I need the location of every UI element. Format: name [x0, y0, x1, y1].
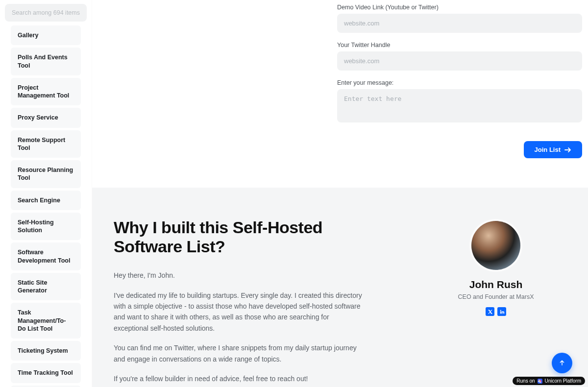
x-twitter-icon[interactable] — [486, 307, 494, 316]
sidebar-item[interactable]: Self-Hosting Solution — [11, 213, 81, 241]
sidebar-item[interactable]: Search Engine — [11, 191, 81, 210]
arrow-up-icon — [558, 359, 566, 367]
message-label: Enter your message: — [337, 79, 582, 86]
sidebar-item[interactable]: Remote Support Tool — [11, 130, 81, 158]
sidebar-item[interactable]: Proxy Service — [11, 108, 81, 127]
sidebar-item[interactable]: Gallery — [11, 25, 81, 45]
sidebar-item[interactable]: Resource Planning Tool — [11, 160, 81, 188]
scroll-to-top-button[interactable] — [552, 353, 572, 373]
sidebar-item[interactable]: Polls And Events Tool — [11, 48, 81, 75]
sidebar-item[interactable]: Software Development Tool — [11, 242, 81, 270]
profile-role: CEO and Founder at MarsX — [458, 293, 534, 300]
demo-video-input[interactable] — [337, 14, 582, 33]
story-section: Why I built this Self-Hosted Software Li… — [92, 188, 588, 387]
arrow-right-icon — [564, 147, 571, 153]
main-content: Demo Video Link (Youtube or Twitter) You… — [92, 0, 588, 387]
join-button-row: Join List — [92, 124, 588, 188]
story-paragraph: Hey there, I'm John. — [114, 270, 364, 281]
unicorn-icon: 🦄 — [538, 379, 542, 384]
story-paragraph: You can find me on Twitter, where I shar… — [114, 342, 364, 364]
story-text: Why I built this Self-Hosted Software Li… — [114, 218, 364, 387]
profile-name: John Rush — [469, 279, 523, 290]
join-form: Demo Video Link (Youtube or Twitter) You… — [92, 4, 588, 124]
story-title: Why I built this Self-Hosted Software Li… — [114, 218, 364, 256]
profile-card: John Rush CEO and Founder at MarsX — [432, 218, 560, 387]
join-list-button[interactable]: Join List — [524, 141, 582, 158]
join-list-label: Join List — [535, 146, 561, 153]
badge-runs-on: Runs on — [516, 378, 535, 384]
sidebar: GalleryPolls And Events ToolProject Mana… — [0, 0, 92, 387]
message-textarea[interactable] — [337, 89, 582, 122]
search-input[interactable] — [5, 4, 87, 22]
story-paragraph: If you're a fellow builder in need of ad… — [114, 373, 364, 384]
twitter-handle-input[interactable] — [337, 51, 582, 71]
sidebar-item[interactable]: Ticketing System — [11, 341, 81, 361]
sidebar-item[interactable]: Project Management Tool — [11, 78, 81, 106]
badge-platform: Unicorn Platform — [545, 378, 581, 384]
social-icons — [486, 307, 506, 316]
search-box — [5, 4, 87, 22]
linkedin-icon[interactable] — [497, 307, 506, 316]
twitter-handle-label: Your Twitter Handle — [337, 42, 582, 48]
sidebar-item[interactable]: Static Site Generator — [11, 273, 81, 301]
sidebar-item[interactable]: URL Shortener — [11, 386, 81, 387]
platform-badge[interactable]: Runs on 🦄 Unicorn Platform — [513, 377, 585, 385]
avatar — [471, 221, 520, 270]
story-paragraph: I've dedicated my life to building start… — [114, 290, 364, 334]
demo-video-label: Demo Video Link (Youtube or Twitter) — [337, 4, 582, 11]
sidebar-item[interactable]: Task Management/To-Do List Tool — [11, 303, 81, 339]
sidebar-item[interactable]: Time Tracking Tool — [11, 363, 81, 383]
